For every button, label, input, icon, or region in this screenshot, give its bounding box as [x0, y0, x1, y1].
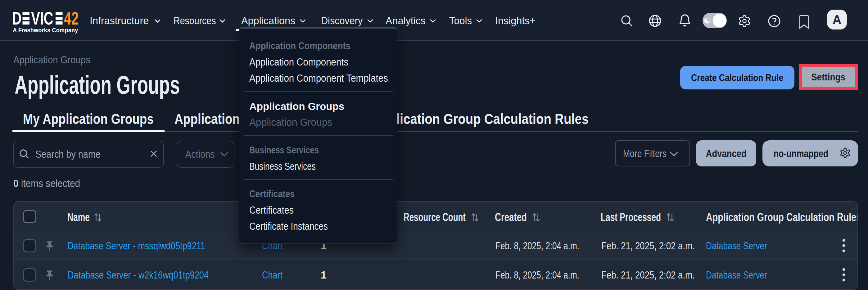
svg-text:D: D — [13, 9, 22, 28]
svg-text:A Freshworks Company: A Freshworks Company — [13, 27, 78, 34]
svg-text:42: 42 — [64, 9, 79, 28]
svg-text:VIC: VIC — [31, 9, 53, 28]
